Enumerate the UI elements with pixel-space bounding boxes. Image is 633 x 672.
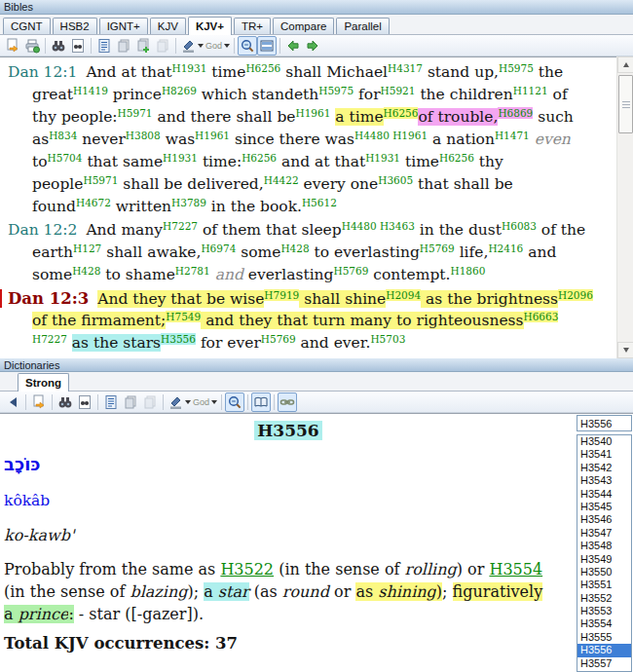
- strong-number[interactable]: H5612: [302, 197, 337, 208]
- strong-number[interactable]: H5704: [48, 152, 83, 164]
- strongs-list-item[interactable]: H3542: [577, 462, 631, 474]
- strong-number[interactable]: H5975: [318, 85, 354, 96]
- strongs-list-item[interactable]: H3548: [577, 540, 631, 552]
- verse-reference[interactable]: Dan 12:3: [8, 289, 89, 308]
- strong-number[interactable]: H4480 H3463: [342, 220, 415, 232]
- strong-number[interactable]: H6083: [502, 220, 537, 232]
- search-button[interactable]: [56, 392, 75, 412]
- strongs-list-item[interactable]: H3554: [577, 617, 631, 630]
- strong-number[interactable]: H5703: [370, 333, 405, 345]
- vertical-scrollbar[interactable]: [616, 56, 633, 358]
- strongs-list-item[interactable]: H3543: [577, 474, 631, 487]
- tab-igntplus[interactable]: IGNT+: [99, 18, 148, 34]
- tab-strong[interactable]: Strong: [18, 373, 69, 392]
- strong-number[interactable]: H6256: [439, 152, 474, 164]
- scrollbar-thumb[interactable]: [618, 75, 633, 133]
- strong-number[interactable]: H5975: [499, 62, 534, 74]
- strong-number[interactable]: H7549: [166, 311, 201, 322]
- tab-hsb2[interactable]: HSB2: [53, 18, 97, 34]
- strong-number[interactable]: H4422: [264, 174, 299, 186]
- strong-number[interactable]: H1931: [365, 152, 400, 164]
- strongs-list-item[interactable]: H3547: [577, 527, 631, 540]
- strong-number[interactable]: H2094: [386, 289, 421, 301]
- history-back-button[interactable]: [283, 36, 303, 56]
- export-verse-button[interactable]: [3, 36, 22, 56]
- strongs-list-item[interactable]: H3546: [577, 513, 631, 526]
- tab-kjv[interactable]: KJV: [150, 18, 186, 34]
- verse-list-button[interactable]: [94, 36, 114, 56]
- search-button[interactable]: [49, 36, 68, 56]
- tab-trplus[interactable]: TR+: [234, 18, 271, 34]
- strong-number[interactable]: H6256: [384, 107, 419, 119]
- scroll-up-button[interactable]: [617, 56, 633, 73]
- copy-disabled-button[interactable]: [140, 392, 160, 412]
- dictionary-compare-button[interactable]: [251, 392, 271, 412]
- strong-number[interactable]: H5971: [83, 174, 118, 186]
- strong-number[interactable]: H2416: [488, 243, 523, 254]
- strongs-list-item[interactable]: H3550: [577, 566, 631, 579]
- strongs-list-item[interactable]: H3556: [577, 644, 631, 656]
- strong-number[interactable]: H3789: [171, 197, 206, 208]
- dictionary-back-button[interactable]: [3, 392, 22, 412]
- copy-entry-button[interactable]: [121, 392, 140, 412]
- god-dropdown[interactable]: God: [192, 392, 218, 412]
- zoom-toggle-button[interactable]: [225, 392, 244, 412]
- strongs-list-item[interactable]: H3545: [577, 501, 631, 513]
- strong-number[interactable]: H1931: [163, 152, 198, 164]
- tab-compare[interactable]: Compare: [273, 18, 334, 34]
- strongs-lookup-input[interactable]: [577, 415, 632, 431]
- strong-number[interactable]: H127: [73, 243, 101, 254]
- verse-reference[interactable]: Dan 12:2: [8, 221, 77, 239]
- strongs-number-list[interactable]: H3540H3541H3542H3543H3544H3545H3546H3547…: [577, 434, 632, 672]
- god-dropdown[interactable]: God: [205, 36, 231, 56]
- export-entry-button[interactable]: [29, 392, 49, 412]
- split-window-button[interactable]: [257, 36, 277, 56]
- strong-number[interactable]: H3808: [126, 130, 161, 141]
- strongs-list-item[interactable]: H3544: [577, 488, 631, 501]
- strong-number[interactable]: H2096: [558, 289, 593, 301]
- strongs-list-item[interactable]: H3549: [577, 553, 631, 566]
- print-button[interactable]: [22, 36, 42, 56]
- strong-number[interactable]: H6974: [201, 243, 236, 254]
- strong-number[interactable]: H4672: [76, 197, 111, 208]
- strongs-list-item[interactable]: H3551: [577, 579, 631, 591]
- strong-number[interactable]: H6869: [498, 107, 533, 119]
- history-forward-button[interactable]: [303, 36, 322, 56]
- strong-number[interactable]: H8269: [162, 85, 197, 96]
- strong-number[interactable]: H1860: [451, 265, 486, 277]
- strong-number[interactable]: H1419: [73, 85, 108, 96]
- bible-text-area[interactable]: Dan 12:1And at thatH1931 timeH6256 shall…: [0, 56, 633, 358]
- strong-number[interactable]: H1121: [513, 85, 548, 96]
- highlighter-dropdown[interactable]: [167, 392, 192, 412]
- strong-link[interactable]: H3522: [220, 560, 274, 579]
- strong-number[interactable]: H428: [280, 243, 309, 254]
- strong-number[interactable]: H834: [49, 130, 77, 141]
- strong-number[interactable]: H7919: [264, 289, 299, 301]
- copy-plus-button[interactable]: [133, 36, 153, 56]
- strong-number[interactable]: H7227: [163, 220, 198, 232]
- strong-number[interactable]: H5769: [261, 333, 296, 345]
- scroll-down-button[interactable]: [617, 342, 633, 358]
- tab-kjvplus[interactable]: KJV+: [188, 17, 232, 35]
- strong-number[interactable]: H1961: [195, 130, 230, 141]
- strong-number[interactable]: H1961: [296, 107, 331, 119]
- strong-number[interactable]: H4317: [388, 62, 423, 74]
- tab-parallel[interactable]: Parallel: [336, 18, 389, 34]
- strongs-list-item[interactable]: H3553: [577, 605, 631, 617]
- dictionary-content-area[interactable]: H3556 כּוֹכָב kôkâb ko-kawb' Probably fr…: [0, 413, 633, 672]
- highlighter-dropdown[interactable]: [179, 36, 205, 56]
- strong-number[interactable]: H5769: [420, 243, 455, 254]
- strong-number[interactable]: H5769: [334, 265, 369, 277]
- strong-number[interactable]: H6256: [245, 62, 280, 74]
- strong-number[interactable]: H3605: [378, 174, 413, 186]
- strong-number[interactable]: H5971: [118, 107, 153, 119]
- strong-link[interactable]: H3554: [489, 560, 542, 579]
- strongs-list-item[interactable]: H3540: [577, 435, 631, 448]
- link-panels-button[interactable]: [278, 392, 297, 412]
- strong-number[interactable]: H3556: [161, 333, 196, 345]
- strongs-list-item[interactable]: H3555: [577, 631, 631, 644]
- strongs-list-item[interactable]: H3541: [577, 448, 631, 461]
- entry-list-button[interactable]: [101, 392, 121, 412]
- zoom-toggle-button[interactable]: [238, 36, 257, 56]
- strong-number[interactable]: H1471: [495, 130, 530, 141]
